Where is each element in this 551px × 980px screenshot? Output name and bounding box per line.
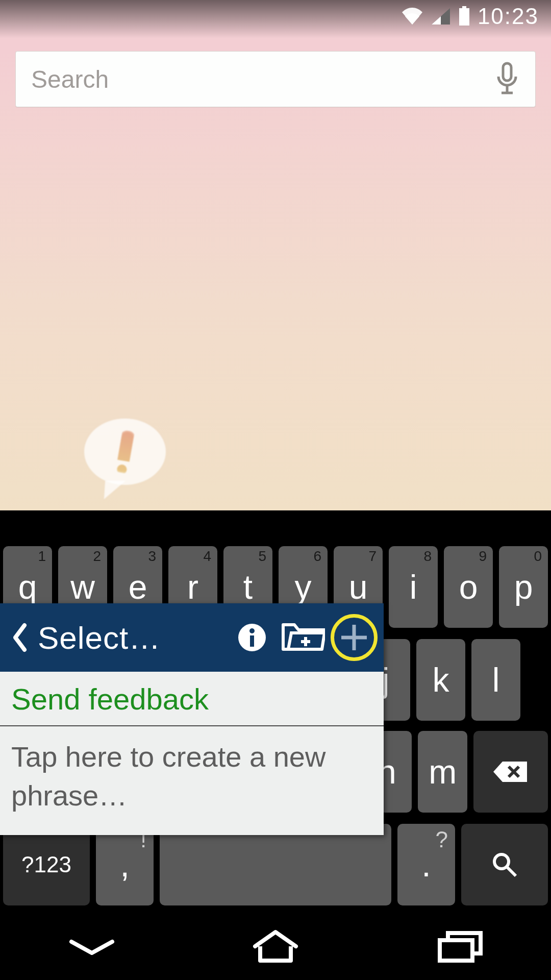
wifi-icon [401,7,423,26]
key-k[interactable]: k [416,639,465,721]
svg-rect-2 [503,63,511,81]
search-bar[interactable]: Search [15,51,536,107]
svg-rect-9 [250,635,254,647]
add-phrase-button[interactable] [331,614,378,661]
key-o[interactable]: o9 [444,546,493,628]
key-l[interactable]: l [471,639,520,721]
svg-rect-14 [440,940,472,961]
panel-title: Select… [38,620,161,656]
search-placeholder: Search [31,65,494,93]
comma-key[interactable]: ,! [96,824,154,905]
nav-home[interactable] [240,926,311,967]
nav-recent[interactable] [423,926,495,967]
speech-bubble-icon [84,419,166,485]
cell-signal-icon [431,7,451,26]
info-icon[interactable] [229,614,276,661]
exclamation-icon [114,429,136,474]
key-m[interactable]: m [418,731,467,813]
send-feedback-item[interactable]: Send feedback [0,672,384,726]
svg-point-5 [494,854,509,869]
nav-bar [0,914,551,980]
space-key[interactable] [160,824,391,905]
backspace-key[interactable] [473,731,548,813]
phrase-panel: Select… Send feedback Tap here to create… [0,603,384,835]
search-key[interactable] [461,824,548,905]
panel-back-button[interactable] [6,620,34,655]
svg-rect-1 [462,6,466,9]
key-p[interactable]: p0 [499,546,548,628]
period-key[interactable]: .? [397,824,455,905]
create-phrase-item[interactable]: Tap here to create a new phrase… [0,726,384,835]
svg-line-6 [507,867,516,876]
status-time: 10:23 [478,4,539,29]
symbols-key[interactable]: ?123 [3,824,90,905]
microphone-icon[interactable] [494,61,520,97]
folder-add-icon[interactable] [280,614,327,661]
key-i[interactable]: i8 [389,546,438,628]
panel-header: Select… [0,603,384,672]
status-bar: 10:23 [0,0,551,33]
battery-icon [458,6,470,27]
svg-rect-0 [459,8,469,26]
svg-point-8 [249,628,255,633]
highlight-circle [331,614,378,661]
nav-hide-keyboard[interactable] [56,926,128,967]
